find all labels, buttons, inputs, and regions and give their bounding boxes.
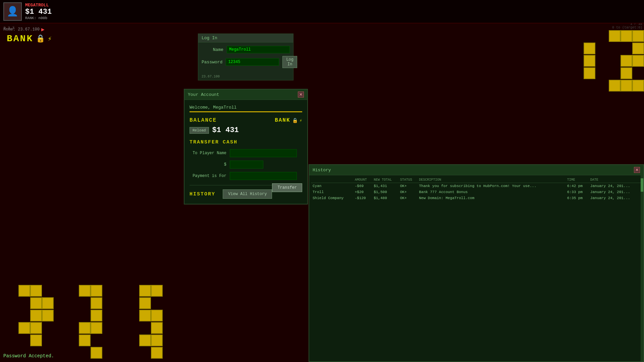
view-history-button[interactable]: View All History xyxy=(223,189,272,199)
lock-icon-topleft: 🔒 xyxy=(36,34,45,43)
cell-total: $1,480 xyxy=(372,195,398,201)
bank-text-modal: BANK xyxy=(275,117,290,123)
transfer-player-row: To Player Name xyxy=(190,149,302,157)
account-modal: Your Account ✕ Welcome, MegaTroll BALANC… xyxy=(184,89,308,204)
history-label: HISTORY xyxy=(190,191,215,197)
password-accepted-text: Password Accepted. xyxy=(3,353,54,359)
table-row: Cyan -$69 $1,431 OK+ Thank you for subsc… xyxy=(311,183,642,189)
transfer-payment-label: Payment is For xyxy=(190,174,226,178)
lightning-icon-modal: ⚡ xyxy=(300,118,302,123)
transfer-player-label: To Player Name xyxy=(190,151,226,156)
player-stats: MEGATROLL $1 431 RANK: n00b xyxy=(25,3,52,20)
balance-amount: $1 431 xyxy=(212,126,239,134)
col-amount: AMOUNT xyxy=(353,177,372,183)
top-bar: 👤 MEGATROLL $1 431 RANK: n00b xyxy=(0,0,644,23)
history-close-button[interactable]: ✕ xyxy=(634,167,640,173)
col-time: TIME xyxy=(566,177,589,183)
tutorial-progress: 0 to (target:0) xyxy=(612,26,642,29)
history-panel: History ✕ AMOUNT NEW TOTAL STATUS DESCRI… xyxy=(309,164,644,362)
cell-amount: -$69 xyxy=(353,183,372,189)
cell-time: 6:33 pm xyxy=(566,189,589,195)
cell-description: Bank 777 Account Bonus xyxy=(417,189,566,195)
history-table: AMOUNT NEW TOTAL STATUS DESCRIPTION TIME… xyxy=(311,177,642,201)
login-name-label: Name xyxy=(202,47,223,52)
ip-version: 7.7.7 xyxy=(3,26,14,30)
transfer-label: TRANSFER CASH xyxy=(190,139,302,145)
login-password-input[interactable] xyxy=(226,58,279,66)
player-name: MEGATROLL xyxy=(25,3,52,8)
login-name-input[interactable] xyxy=(227,46,290,53)
balance-label: BALANCE xyxy=(190,117,239,123)
cell-from: Troll xyxy=(311,189,353,195)
cell-date: January 24, 201... xyxy=(589,183,642,189)
login-button[interactable]: Log In xyxy=(282,56,297,68)
account-modal-titlebar: Your Account ✕ xyxy=(184,89,307,100)
col-date: DATE xyxy=(589,177,642,183)
transfer-section: TRANSFER CASH To Player Name $ Payment i… xyxy=(190,139,302,180)
bank-text-topleft: BANK xyxy=(7,34,33,44)
cell-status: OK+ xyxy=(398,183,417,189)
lightning-icon-topleft: ⚡ xyxy=(48,35,52,43)
balance-section: BALANCE Reload $1 431 BANK 🔒 ⚡ xyxy=(190,117,302,134)
cell-time: 6:42 pm xyxy=(566,183,589,189)
history-row: HISTORY View All History xyxy=(190,189,272,199)
balance-row: Reload $1 431 xyxy=(190,126,239,134)
cell-total: $1,500 xyxy=(372,189,398,195)
col-description: DESCRIPTION xyxy=(417,177,566,183)
reload-button[interactable]: Reload xyxy=(190,127,209,134)
cell-from: Cyan xyxy=(311,183,353,189)
bank-logo-modal: BANK 🔒 ⚡ xyxy=(275,117,302,123)
home-arrow: ▶ xyxy=(41,26,45,33)
cell-from: Shield Company xyxy=(311,195,353,201)
login-body: Name Password Log In xyxy=(198,43,293,74)
login-ip: 23.67.100 xyxy=(198,74,293,80)
cell-date: January 24, 201... xyxy=(589,195,642,201)
history-scrollbar-thumb xyxy=(641,178,643,192)
cell-amount: -$120 xyxy=(353,195,372,201)
cell-date: January 24, 201... xyxy=(589,189,642,195)
player-rank: RANK: n00b xyxy=(25,16,52,20)
avatar: 👤 xyxy=(3,2,22,21)
balance-left: BALANCE Reload $1 431 xyxy=(190,117,239,134)
player-balance: $1 431 xyxy=(25,8,52,16)
history-body: AMOUNT NEW TOTAL STATUS DESCRIPTION TIME… xyxy=(309,175,643,203)
col-status: STATUS xyxy=(398,177,417,183)
transfer-player-input[interactable] xyxy=(230,149,297,157)
yellow-divider xyxy=(190,111,302,112)
account-modal-title: Your Account xyxy=(188,92,219,97)
login-panel: Log In Name Password Log In 23.67.100 xyxy=(198,34,293,80)
account-modal-body: Welcome, MegaTroll BALANCE Reload $1 431… xyxy=(184,100,307,204)
history-scrollbar[interactable] xyxy=(641,175,643,361)
cell-description: Thank you for subscribing to HubPorn.com… xyxy=(417,183,566,189)
cell-time: 6:35 pm xyxy=(566,195,589,201)
col-from xyxy=(311,177,353,183)
transfer-payment-row: Payment is For xyxy=(190,172,302,180)
welcome-text: Welcome, MegaTroll xyxy=(190,105,302,110)
cell-description: New Domain: MegaTroll.com xyxy=(417,195,566,201)
transfer-amount-row: $ xyxy=(190,161,302,169)
lock-icon-modal: 🔒 xyxy=(292,118,298,123)
transfer-amount-label: $ xyxy=(190,162,226,167)
login-title: Log In xyxy=(198,34,293,43)
transfer-payment-input[interactable] xyxy=(230,172,297,180)
cell-amount: +$20 xyxy=(353,189,372,195)
table-row: Troll +$20 $1,500 OK+ Bank 777 Account B… xyxy=(311,189,642,195)
login-name-row: Name xyxy=(202,46,290,53)
transfer-button[interactable]: Transfer xyxy=(272,183,302,192)
cell-total: $1,431 xyxy=(372,183,398,189)
account-modal-close-button[interactable]: ✕ xyxy=(298,92,304,98)
transfer-amount-input[interactable] xyxy=(230,161,263,169)
bank-logo-topleft: BANK 🔒 ⚡ xyxy=(7,34,52,44)
table-row: Shield Company -$120 $1,480 OK+ New Doma… xyxy=(311,195,642,201)
cell-status: OK+ xyxy=(398,189,417,195)
history-title: History xyxy=(313,168,331,173)
history-title-bar: History ✕ xyxy=(309,165,643,175)
login-password-row: Password Log In xyxy=(202,56,290,68)
login-password-label: Password xyxy=(202,60,222,65)
player-info: 👤 MEGATROLL $1 431 RANK: n00b xyxy=(0,2,55,21)
cell-status: OK+ xyxy=(398,195,417,201)
col-total: NEW TOTAL xyxy=(372,177,398,183)
